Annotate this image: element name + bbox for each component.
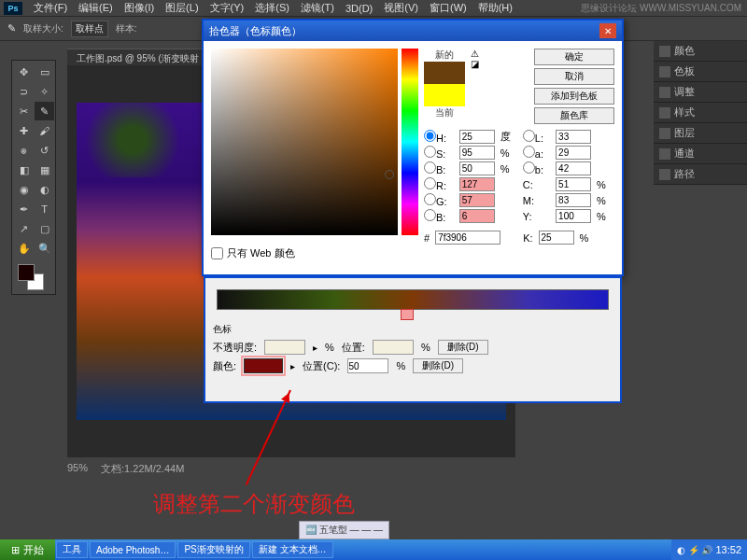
gradient-stop-2[interactable] bbox=[401, 309, 414, 320]
menu-help[interactable]: 帮助(H) bbox=[472, 1, 518, 15]
add-swatch-button[interactable]: 添加到色板 bbox=[534, 88, 614, 105]
zoom-tool[interactable]: 🔍 bbox=[35, 239, 54, 258]
r-input[interactable] bbox=[459, 177, 495, 191]
wand-tool[interactable]: ✧ bbox=[35, 82, 54, 101]
gradient-bar[interactable] bbox=[217, 289, 609, 310]
delete-button-1[interactable]: 删除(D) bbox=[438, 340, 488, 355]
eyedropper-tool[interactable]: ✎ bbox=[35, 102, 54, 120]
menu-filter[interactable]: 滤镜(T) bbox=[295, 1, 340, 15]
gradient-tool[interactable]: ▦ bbox=[35, 161, 54, 179]
taskbar-item-2[interactable]: PS渐变映射的 bbox=[177, 541, 249, 558]
color-lib-button[interactable]: 颜色库 bbox=[534, 107, 614, 124]
ime-bar[interactable]: 🔤 五笔型 — — — bbox=[299, 521, 389, 539]
adjust-icon bbox=[659, 87, 670, 98]
styles-icon bbox=[659, 107, 670, 119]
c-input[interactable] bbox=[556, 177, 591, 191]
stop-color-swatch[interactable] bbox=[244, 358, 283, 373]
h-input[interactable] bbox=[459, 130, 495, 144]
marquee-tool[interactable]: ▭ bbox=[35, 63, 54, 81]
sample-size-label: 取样大小: bbox=[23, 22, 63, 35]
move-tool[interactable]: ✥ bbox=[14, 63, 34, 81]
dialog-titlebar[interactable]: 拾色器（色标颜色） ✕ bbox=[204, 21, 622, 41]
panel-swatches[interactable]: 色板 bbox=[654, 62, 747, 82]
lab-b-input[interactable] bbox=[556, 161, 591, 175]
eraser-tool[interactable]: ◧ bbox=[14, 161, 34, 179]
ok-button[interactable]: 确定 bbox=[534, 49, 614, 65]
type-tool[interactable]: T bbox=[35, 200, 54, 218]
l-input[interactable] bbox=[556, 130, 591, 144]
y-input[interactable] bbox=[556, 209, 591, 223]
brush-tool[interactable]: 🖌 bbox=[35, 121, 54, 140]
bl-radio[interactable]: B: bbox=[424, 209, 456, 223]
menu-file[interactable]: 文件(F) bbox=[28, 1, 73, 15]
web-only-checkbox[interactable]: 只有 Web 颜色 bbox=[211, 246, 418, 260]
path-tool[interactable]: ↗ bbox=[14, 219, 34, 238]
panel-layers[interactable]: 图层 bbox=[654, 123, 747, 144]
menu-edit[interactable]: 编辑(E) bbox=[73, 1, 119, 15]
annotation-text: 调整第二个渐变颜色 bbox=[153, 489, 355, 519]
menu-window[interactable]: 窗口(W) bbox=[424, 1, 472, 15]
g-radio[interactable]: G: bbox=[424, 193, 456, 207]
m-input[interactable] bbox=[556, 193, 591, 207]
lab-b-radio[interactable]: b: bbox=[523, 161, 552, 175]
r-radio[interactable]: R: bbox=[424, 177, 456, 191]
app-icon: Ps bbox=[4, 2, 22, 15]
taskbar-item-0[interactable]: 工具 bbox=[56, 541, 88, 558]
pos-input-2[interactable] bbox=[347, 358, 388, 373]
s-radio[interactable]: S: bbox=[424, 146, 456, 160]
hex-input[interactable] bbox=[435, 231, 500, 245]
menu-type[interactable]: 文字(Y) bbox=[204, 1, 250, 15]
dodge-tool[interactable]: ◐ bbox=[35, 180, 54, 199]
cancel-button[interactable]: 取消 bbox=[534, 68, 614, 85]
zoom-level[interactable]: 95% bbox=[67, 462, 88, 476]
g-input[interactable] bbox=[459, 193, 495, 207]
heal-tool[interactable]: ✚ bbox=[14, 121, 34, 140]
blur-tool[interactable]: ◉ bbox=[14, 180, 34, 199]
color-field[interactable] bbox=[211, 49, 398, 235]
taskbar-item-3[interactable]: 新建 文本文档… bbox=[252, 541, 333, 558]
close-icon[interactable]: ✕ bbox=[599, 23, 616, 38]
k-input[interactable] bbox=[539, 231, 574, 245]
hue-slider[interactable] bbox=[402, 49, 418, 235]
opacity-input[interactable] bbox=[264, 340, 305, 355]
a-input[interactable] bbox=[556, 146, 591, 160]
menu-select[interactable]: 选择(S) bbox=[249, 1, 295, 15]
sample-size-combo[interactable]: 取样点 bbox=[71, 21, 108, 37]
stamp-tool[interactable]: ⎈ bbox=[14, 141, 34, 160]
hand-tool[interactable]: ✋ bbox=[14, 239, 34, 258]
l-radio[interactable]: L: bbox=[523, 130, 552, 144]
bl-input[interactable] bbox=[459, 209, 495, 223]
system-tray[interactable]: ◐ ⚡ 🔊 13:52 bbox=[671, 539, 747, 560]
color-picker-dialog: 拾色器（色标颜色） ✕ 只有 Web 颜色 新的 当前 ⚠◪ 确定 取消 bbox=[202, 19, 624, 276]
history-tool[interactable]: ↺ bbox=[35, 141, 54, 160]
start-button[interactable]: ⊞开始 bbox=[0, 539, 55, 560]
color-swatches[interactable] bbox=[14, 260, 54, 292]
color-label: 颜色: bbox=[213, 359, 236, 373]
panel-styles[interactable]: 样式 bbox=[654, 103, 747, 123]
channels-icon bbox=[659, 148, 670, 160]
a-radio[interactable]: a: bbox=[523, 146, 552, 160]
status-bar: 95% 文档:1.22M/2.44M bbox=[67, 462, 184, 476]
menu-view[interactable]: 视图(V) bbox=[378, 1, 424, 15]
b-radio[interactable]: B: bbox=[424, 161, 456, 175]
h-radio[interactable]: H: bbox=[424, 130, 456, 144]
panel-paths[interactable]: 路径 bbox=[654, 164, 747, 185]
bval-input[interactable] bbox=[459, 161, 495, 175]
pen-tool[interactable]: ✒ bbox=[14, 200, 34, 218]
lasso-tool[interactable]: ⊃ bbox=[14, 82, 34, 101]
menu-image[interactable]: 图像(I) bbox=[119, 1, 160, 15]
crop-tool[interactable]: ✂ bbox=[14, 102, 34, 120]
panel-color[interactable]: 颜色 bbox=[654, 41, 747, 62]
shape-tool[interactable]: ▢ bbox=[35, 219, 54, 238]
pos-input-1[interactable] bbox=[373, 340, 414, 355]
panel-adjust[interactable]: 调整 bbox=[654, 82, 747, 103]
delete-button-2[interactable]: 删除(D) bbox=[413, 358, 463, 373]
color-cursor bbox=[385, 170, 394, 179]
s-input[interactable] bbox=[459, 146, 495, 160]
taskbar-item-1[interactable]: Adobe Photosh… bbox=[90, 541, 176, 558]
taskbar: ⊞开始 工具 Adobe Photosh… PS渐变映射的 新建 文本文档… ◐… bbox=[0, 539, 747, 560]
doc-size: 文档:1.22M/2.44M bbox=[101, 462, 184, 476]
panel-channels[interactable]: 通道 bbox=[654, 144, 747, 164]
menu-layer[interactable]: 图层(L) bbox=[160, 1, 204, 15]
menu-3d[interactable]: 3D(D) bbox=[340, 3, 378, 14]
